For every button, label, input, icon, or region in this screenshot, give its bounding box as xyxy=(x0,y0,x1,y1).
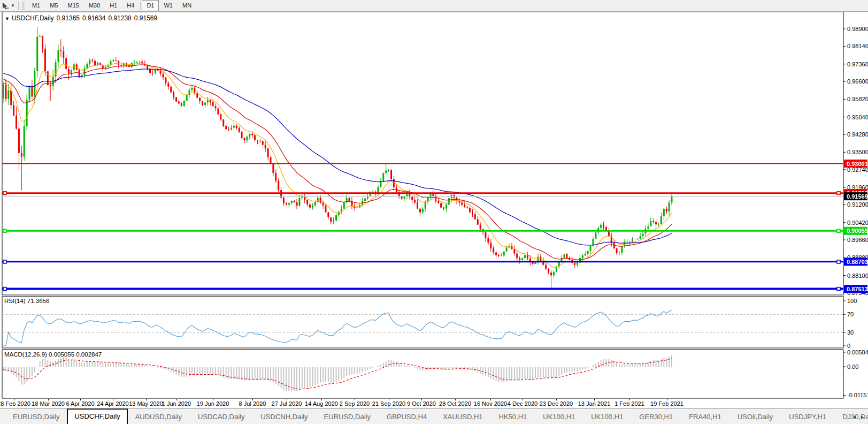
ohlc-low: 0.91238 xyxy=(108,14,131,22)
chart-tab-eurusd-daily[interactable]: EURUSD,Daily xyxy=(317,410,378,424)
ohlc-close: 0.91569 xyxy=(134,14,157,22)
date-label: 9 Oct 2020 xyxy=(407,400,436,407)
svg-text:70: 70 xyxy=(847,311,854,317)
timeframe-toolbar: ▼ M1M5M15M30H1H4D1W1MN xyxy=(0,0,868,12)
price-axis: 0.989000.981400.973600.966000.958200.950… xyxy=(843,26,868,296)
svg-text:0.87513: 0.87513 xyxy=(847,286,868,292)
rsi-value: 71.3656 xyxy=(27,298,50,304)
timeframe-button-h1[interactable]: H1 xyxy=(105,0,122,11)
tab-divider xyxy=(848,413,848,421)
macd-indicator-label: MACD(12,26,9) 0.005055 0.002847 xyxy=(4,351,102,358)
tab-scroll-right-icon[interactable]: ▸ xyxy=(858,414,866,420)
chart-tab-uk100-h1[interactable]: UK100,H1 xyxy=(535,410,582,424)
timeframe-button-h4[interactable]: H4 xyxy=(122,0,139,11)
chart-tab-uk100-h1[interactable]: UK100,H1 xyxy=(583,410,631,424)
svg-text:0.00: 0.00 xyxy=(847,364,858,370)
date-label: 28 Feb 2020 xyxy=(0,400,30,407)
chart-tab-usdcnh-daily[interactable]: USDCNH,Daily xyxy=(253,410,315,424)
macd-name: MACD(12,26,9) xyxy=(4,351,47,358)
svg-text:0.93001: 0.93001 xyxy=(847,161,868,167)
svg-text:100: 100 xyxy=(847,298,857,304)
date-label: 21 Sep 2020 xyxy=(372,400,405,407)
svg-text:0.97360: 0.97360 xyxy=(847,61,868,67)
date-label: 13 Jan 2021 xyxy=(578,400,611,407)
timeframe-buttons: M1M5M15M30H1H4D1W1MN xyxy=(27,0,196,11)
chart-tab-usdchf-daily[interactable]: USDCHF,Daily xyxy=(67,408,127,424)
rsi-indicator-label: RSI(14) 71.3656 xyxy=(4,298,49,304)
timeframe-button-m15[interactable]: M15 xyxy=(63,0,83,11)
svg-text:0.98140: 0.98140 xyxy=(847,43,868,49)
collapse-triangle-icon[interactable]: ▼ xyxy=(5,16,10,21)
toolbar-grip-handle[interactable] xyxy=(22,2,25,10)
svg-text:0.88100: 0.88100 xyxy=(847,272,868,279)
date-label: 23 Dec 2020 xyxy=(540,400,573,407)
chart-tab-bar: EURUSD,DailyUSDCHF,DailyAUDUSD,DailyUSDC… xyxy=(0,408,868,424)
chart-tab-xauusd-h1[interactable]: XAUUSD,H1 xyxy=(435,410,490,424)
cursor-crosshair-icon xyxy=(2,2,9,10)
svg-text:30: 30 xyxy=(847,329,854,336)
date-label: 24 Apr 2020 xyxy=(97,400,128,407)
svg-text:0.88703: 0.88703 xyxy=(847,259,868,265)
chart-tab-usoil-daily[interactable]: USOil,Daily xyxy=(730,410,780,424)
timeframe-button-w1[interactable]: W1 xyxy=(159,0,178,11)
timeframe-button-m30[interactable]: M30 xyxy=(84,0,105,11)
date-axis: 28 Feb 202018 Mar 20206 Apr 202024 Apr 2… xyxy=(0,399,868,408)
date-label: 2 Sep 2020 xyxy=(340,400,370,407)
svg-text:0.89660: 0.89660 xyxy=(847,237,868,243)
rsi-name: RSI(14) xyxy=(4,298,26,304)
timeframe-button-m5[interactable]: M5 xyxy=(45,0,63,11)
timeframe-button-mn[interactable]: MN xyxy=(178,0,196,11)
timeframe-button-d1[interactable]: D1 xyxy=(142,0,159,11)
svg-text:0.90055: 0.90055 xyxy=(847,228,868,234)
chart-tab-hk50-h1[interactable]: HK50,H1 xyxy=(491,410,535,424)
svg-text:0.93500: 0.93500 xyxy=(847,149,868,155)
ohlc-high: 0.91634 xyxy=(82,14,105,22)
svg-text:0.95820: 0.95820 xyxy=(847,96,868,102)
ohlc-open: 0.91365 xyxy=(57,14,80,22)
chart-tab-fra40-h1[interactable]: FRA40,H1 xyxy=(681,410,729,424)
symbol-period-label: USDCHF,Daily xyxy=(12,14,54,22)
date-label: 16 Nov 2020 xyxy=(474,400,507,407)
chart-tab-usdcad-daily[interactable]: USDCAD,Daily xyxy=(190,410,252,424)
date-label: 8 Jul 2020 xyxy=(239,400,266,407)
date-label: 28 Oct 2020 xyxy=(439,400,471,407)
svg-text:0.94280: 0.94280 xyxy=(847,131,868,138)
date-label: 6 Apr 2020 xyxy=(66,400,94,407)
svg-text:0.98900: 0.98900 xyxy=(847,26,868,32)
cursor-tool-button[interactable]: ▼ xyxy=(0,0,17,11)
svg-text:0.90420: 0.90420 xyxy=(847,219,868,226)
tab-scroll-left-icon[interactable]: ◂ xyxy=(850,414,858,420)
svg-text:0.91200: 0.91200 xyxy=(847,201,868,208)
date-label: 27 Jul 2020 xyxy=(272,400,302,407)
chart-tab-audusd-daily[interactable]: AUDUSD,Daily xyxy=(128,410,189,424)
date-label: 1 Jun 2020 xyxy=(162,400,191,407)
date-label: 14 Aug 2020 xyxy=(305,400,338,407)
toolbar-separator xyxy=(140,2,141,10)
chart-tab-usdjpy-h1[interactable]: USDJPY,H1 xyxy=(781,410,834,424)
date-label: 19 Feb 2021 xyxy=(650,400,683,407)
date-label: 1 Feb 2021 xyxy=(614,400,644,407)
svg-text:0.95040: 0.95040 xyxy=(847,114,868,120)
date-label: 13 May 2020 xyxy=(129,400,163,407)
date-label: 19 Jun 2020 xyxy=(197,400,229,407)
chart-tab-gbpusd-h4[interactable]: GBPUSD,H4 xyxy=(379,410,434,424)
svg-text:0: 0 xyxy=(847,343,850,349)
tab-scroll-controls: ◂ ▸ xyxy=(846,413,866,421)
svg-text:0.91569: 0.91569 xyxy=(847,193,868,200)
svg-text:0.005844: 0.005844 xyxy=(847,349,868,355)
chart-tab-eurusd-daily[interactable]: EURUSD,Daily xyxy=(5,410,67,424)
chevron-down-icon: ▼ xyxy=(11,3,15,8)
timeframe-button-m1[interactable]: M1 xyxy=(27,0,45,11)
svg-text:0.96600: 0.96600 xyxy=(847,78,868,85)
date-label: 4 Dec 2020 xyxy=(508,400,537,407)
price-chart-canvas[interactable]: 0.989000.981400.973600.966000.958200.950… xyxy=(0,12,868,399)
toolbar-separator xyxy=(18,2,19,10)
svg-text:-0.011516: -0.011516 xyxy=(847,392,868,398)
trading-platform-window: ▼ M1M5M15M30H1H4D1W1MN 0.989000.981400.9… xyxy=(0,0,868,424)
date-label: 18 Mar 2020 xyxy=(32,400,65,407)
chart-tab-ger30-h1[interactable]: GER30,H1 xyxy=(632,410,680,424)
chart-title: ▼USDCHF,Daily0.913650.916340.912380.9156… xyxy=(5,14,160,22)
macd-values: 0.005055 0.002847 xyxy=(49,351,102,358)
